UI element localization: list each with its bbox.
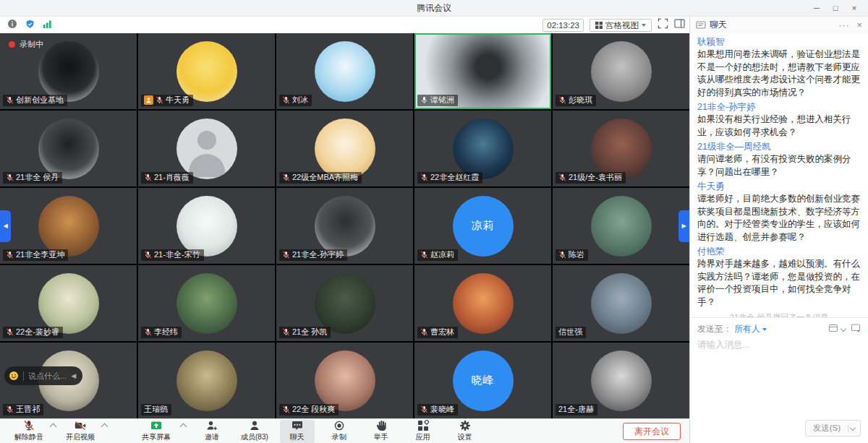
- toolbar-item-label: 成员(83): [241, 432, 268, 442]
- participant-name: 陈岩: [569, 250, 584, 259]
- view-mode-button[interactable]: 宫格视图: [590, 19, 652, 32]
- toolbar-item[interactable]: 共享屏幕: [137, 420, 175, 443]
- mic-muted-icon: [6, 405, 14, 413]
- participant-name: 21全 孙凯: [292, 327, 327, 337]
- participant-tile[interactable]: 21级/全-袁书丽: [553, 111, 689, 186]
- participant-name-label: 刘冰: [279, 95, 312, 106]
- message-text: 如果没有相关行业经验，想进入相关行业，应该如何寻求机会？: [697, 113, 861, 139]
- send-to-selector[interactable]: 所有人: [734, 323, 767, 335]
- send-caret-icon: [850, 424, 856, 430]
- system-message: 21非全 侯丹撤回了一条消息: [697, 310, 861, 317]
- toolbar-item[interactable]: 设置: [448, 420, 482, 443]
- participant-tile[interactable]: 牛天勇: [138, 33, 275, 109]
- participant-name-label: 王晋祁: [3, 404, 43, 416]
- toolbar-item[interactable]: 邀请: [195, 420, 229, 443]
- avatar: [315, 119, 375, 179]
- close-chat-icon[interactable]: ×: [856, 21, 862, 30]
- more-options-icon[interactable]: ···: [838, 22, 849, 29]
- window-controls: ─ □ ×: [807, 1, 868, 15]
- prev-page-arrow[interactable]: ◀: [0, 210, 11, 242]
- security-shield-icon[interactable]: [25, 19, 35, 32]
- avatar: [591, 350, 652, 411]
- participant-tile[interactable]: 21全 孙凯: [276, 265, 413, 341]
- participant-tile[interactable]: 信世强: [553, 265, 689, 341]
- chat-window-caret-icon[interactable]: [841, 325, 846, 331]
- toolbar-item[interactable]: 应用: [406, 420, 441, 443]
- minimize-button[interactable]: ─: [807, 1, 826, 15]
- mic-muted-icon: [282, 328, 290, 336]
- avatar: [315, 196, 375, 257]
- toolbar-item-label: 邀请: [205, 432, 219, 442]
- mic-muted-icon: [558, 173, 566, 181]
- chat-message-list[interactable]: 耿颖智 如果想用问卷法来调研，验证创业想法是不是一个好的想法时，想请教下老师更应…: [690, 33, 868, 317]
- participant-tile[interactable]: 21全-唐赫: [553, 343, 689, 418]
- fullscreen-icon[interactable]: [658, 18, 668, 32]
- close-button[interactable]: ×: [845, 1, 864, 15]
- chat-input[interactable]: [690, 337, 868, 420]
- participant-tile[interactable]: 21非全-孙宇婷: [276, 188, 413, 264]
- expand-caret-icon[interactable]: [101, 423, 109, 431]
- screenshot-icon[interactable]: [851, 323, 861, 335]
- toolbar-item[interactable]: 成员(83): [237, 420, 273, 443]
- toolbar-item[interactable]: 开启视频: [61, 420, 99, 443]
- participant-tile[interactable]: 21-非全-宋竹: [138, 188, 275, 264]
- participant-tile[interactable]: 21非全 侯丹: [0, 111, 137, 186]
- toolbar-item[interactable]: 举手: [364, 420, 399, 443]
- mic-muted-icon: [144, 328, 152, 336]
- participant-tile[interactable]: 22全 段秋爽: [276, 343, 413, 418]
- participant-tile[interactable]: 21非全李亚坤: [0, 188, 137, 264]
- chat-message: 牛天勇 谭老师好，目前绝大多数的创新创业竞赛获奖项目都是围绕新技术、数字经济等方…: [697, 180, 861, 244]
- participant-tile[interactable]: 22全-裴妙睿: [0, 265, 137, 341]
- participant-tile[interactable]: 22非全赵红霞: [414, 111, 551, 186]
- participant-tile[interactable]: 陈岩: [553, 188, 689, 264]
- grid-view-icon: [595, 22, 603, 29]
- participant-tile[interactable]: 谭铭洲: [414, 33, 551, 109]
- avatar: [38, 196, 99, 257]
- avatar: [591, 41, 652, 102]
- quick-chat-pill[interactable]: 说点什么... ◀: [4, 366, 82, 385]
- quick-chat-placeholder[interactable]: 说点什么...: [28, 371, 67, 382]
- chat-window-icon[interactable]: [828, 323, 838, 335]
- chat-message: 耿颖智 如果想用问卷法来调研，验证创业想法是不是一个好的想法时，想请教下老师更应…: [697, 35, 861, 99]
- participant-name: 21全-唐赫: [558, 405, 594, 414]
- meeting-info-icon[interactable]: [7, 19, 17, 32]
- send-button-label[interactable]: 发送(S): [806, 421, 848, 436]
- collapse-arrow-icon[interactable]: ◀: [71, 372, 76, 379]
- avatar: [591, 119, 652, 179]
- avatar: 凉莉: [453, 196, 514, 257]
- participant-tile[interactable]: 李经纬: [138, 265, 275, 341]
- participant-name: 21非全-孙宇婷: [292, 250, 344, 259]
- participant-tile[interactable]: 21-肖薇薇: [138, 111, 275, 186]
- mic-muted-icon: [144, 173, 152, 181]
- expand-caret-icon[interactable]: [180, 423, 187, 431]
- send-button[interactable]: 发送(S): [805, 420, 861, 436]
- participant-name-label: 21级/全-袁书丽: [556, 172, 626, 184]
- participant-tile[interactable]: 王瑞鹆: [138, 343, 275, 418]
- participant-tile[interactable]: 曹宏林: [414, 265, 551, 341]
- participant-tile[interactable]: 刘冰: [276, 33, 413, 109]
- window-title: 腾讯会议: [0, 2, 868, 14]
- toolbar-item[interactable]: 解除静音: [10, 420, 48, 443]
- send-options-caret[interactable]: [848, 425, 860, 432]
- participant-tile[interactable]: 晓峰 裴晓峰: [414, 343, 551, 418]
- next-page-arrow[interactable]: ▶: [678, 210, 689, 242]
- participant-tile[interactable]: 凉莉 赵凉莉: [414, 188, 551, 264]
- toolbar-item[interactable]: 聊天: [280, 420, 315, 443]
- participant-tile[interactable]: 22级全MBA齐照梅: [276, 111, 413, 186]
- participant-name-label: 裴晓峰: [417, 404, 458, 416]
- expand-caret-icon[interactable]: [50, 423, 57, 431]
- toolbar-item-icon: [75, 420, 86, 431]
- maximize-button[interactable]: □: [826, 1, 845, 15]
- leave-meeting-button[interactable]: 离开会议: [623, 423, 681, 440]
- side-panel-toggle-icon[interactable]: [674, 18, 685, 32]
- message-text: 谭老师好，目前绝大多数的创新创业竞赛获奖项目都是围绕新技术、数字经济等方向的。对…: [697, 193, 861, 244]
- participant-name: 李经纬: [154, 327, 178, 337]
- emoji-icon[interactable]: [9, 371, 19, 381]
- participant-name: 裴晓峰: [430, 405, 454, 414]
- participant-tile[interactable]: 彭晓琪: [553, 33, 689, 109]
- toolbar-item[interactable]: 录制: [322, 420, 357, 443]
- network-signal-icon[interactable]: [43, 19, 52, 32]
- participant-name: 21-肖薇薇: [154, 173, 190, 182]
- toolbar-item-icon: [459, 420, 471, 431]
- video-grid: 录制中 ◀ ▶ 说点什么... ◀ 创新创业基地: [0, 33, 689, 418]
